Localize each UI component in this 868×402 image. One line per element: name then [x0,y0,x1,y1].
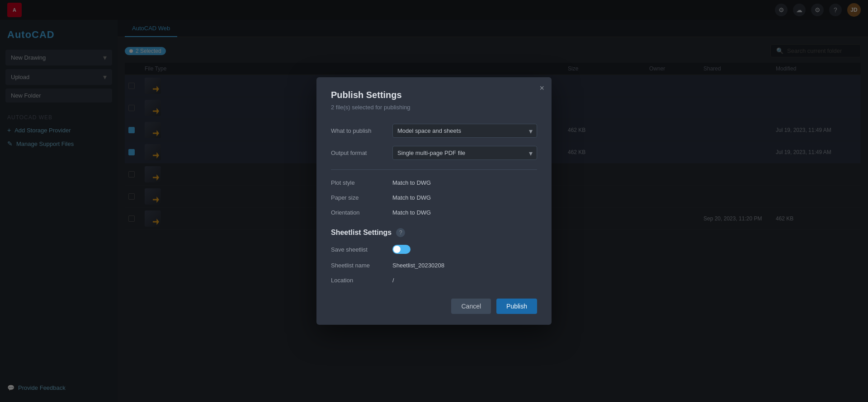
modal-title: Publish Settings [331,90,537,100]
modal-subtitle: 2 file(s) selected for publishing [331,104,537,111]
plot-style-value: Match to DWG [392,179,537,186]
form-divider [331,169,537,170]
paper-size-row: Paper size Match to DWG [331,190,537,205]
paper-size-value: Match to DWG [392,194,537,201]
output-format-label: Output format [331,150,385,156]
orientation-row: Orientation Match to DWG [331,205,537,220]
plot-style-label: Plot style [331,179,385,186]
orientation-value: Match to DWG [392,209,537,216]
modal-close-button[interactable]: × [539,84,544,93]
sheetlist-name-value: Sheetlist_20230208 [392,262,537,269]
output-format-select-wrapper[interactable]: Single multi-page PDF file Multiple PDF … [392,146,537,160]
sheetlist-name-label: Sheetlist name [331,262,385,269]
save-sheetlist-toggle[interactable] [392,245,410,254]
what-to-publish-select[interactable]: Model space and sheets Sheets only Model… [392,124,537,138]
sheetlist-title: Sheetlist Settings [331,229,392,237]
save-sheetlist-row: Save sheetlist [331,241,537,258]
sheetlist-name-row: Sheetlist name Sheetlist_20230208 [331,258,537,273]
what-to-publish-label: What to publish [331,127,385,134]
publish-settings-modal: × Publish Settings 2 file(s) selected fo… [316,77,552,325]
toggle-knob [393,246,401,253]
save-sheetlist-label: Save sheetlist [331,246,385,253]
plot-style-row: Plot style Match to DWG [331,175,537,190]
output-format-row: Output format Single multi-page PDF file… [331,142,537,164]
location-label: Location [331,277,385,284]
sheetlist-header: Sheetlist Settings ? [331,228,537,237]
what-to-publish-select-wrapper[interactable]: Model space and sheets Sheets only Model… [392,124,537,138]
publish-button[interactable]: Publish [496,299,537,314]
orientation-label: Orientation [331,209,385,216]
cancel-button[interactable]: Cancel [451,299,491,314]
sheetlist-help-icon[interactable]: ? [396,228,405,237]
what-to-publish-row: What to publish Model space and sheets S… [331,120,537,142]
location-row: Location / [331,273,537,288]
modal-footer: Cancel Publish [331,299,537,314]
paper-size-label: Paper size [331,194,385,201]
location-value: / [392,277,537,284]
modal-overlay: × Publish Settings 2 file(s) selected fo… [0,0,868,402]
output-format-select[interactable]: Single multi-page PDF file Multiple PDF … [392,146,537,160]
